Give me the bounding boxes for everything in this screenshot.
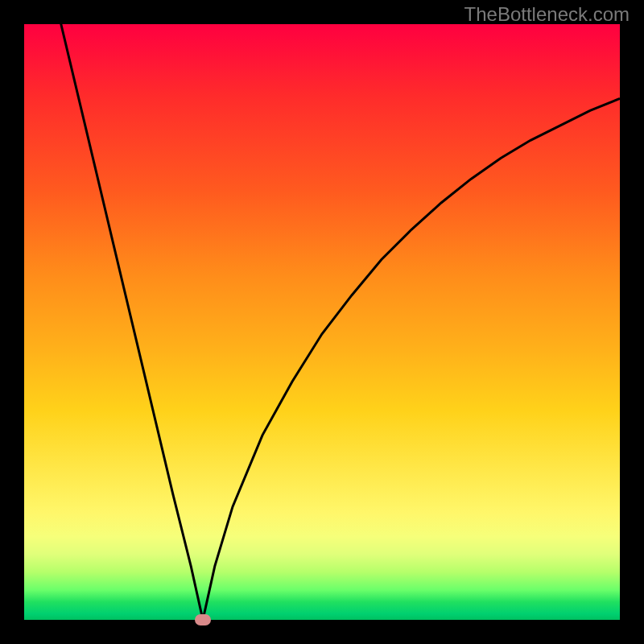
curve-path bbox=[24, 24, 620, 620]
optimum-marker bbox=[195, 614, 211, 625]
chart-plot-area bbox=[24, 24, 620, 620]
chart-curve bbox=[24, 24, 620, 620]
watermark-text: TheBottleneck.com bbox=[464, 3, 630, 26]
